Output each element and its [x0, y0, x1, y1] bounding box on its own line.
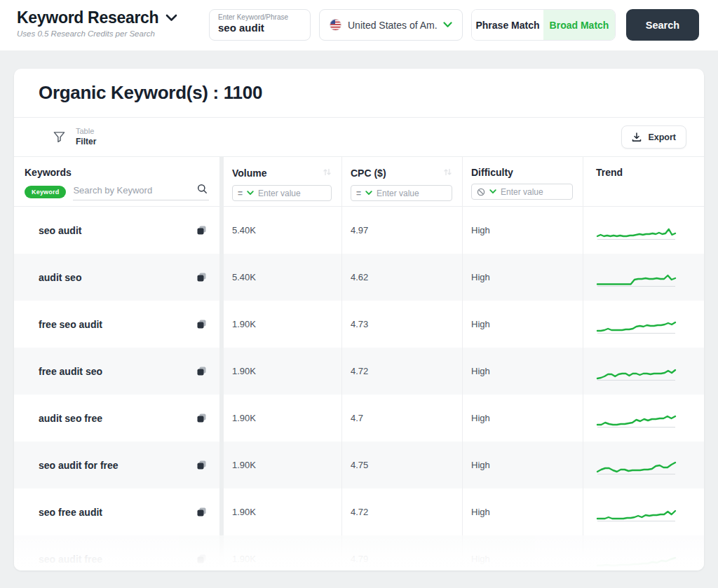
top-bar: Keyword Research Uses 0.5 Research Credi…: [0, 0, 718, 50]
copy-icon[interactable]: [196, 507, 207, 517]
table-body: seo audit 5.40K 4.97 High audit seo: [14, 207, 704, 570]
trend-sparkline: [596, 220, 677, 241]
volume-value: 5.40K: [224, 207, 341, 254]
export-button[interactable]: Export: [621, 125, 686, 149]
page-title: Keyword Research: [17, 8, 158, 27]
cpc-filter-input[interactable]: [377, 189, 447, 198]
table-row[interactable]: seo free audit 1.90K 4.72 High: [14, 488, 704, 535]
trend-cell: [583, 254, 704, 301]
table-row[interactable]: seo audit 5.40K 4.97 High: [14, 207, 704, 254]
keyword-search-input[interactable]: [73, 183, 209, 200]
match-type-toggle: Phrase Match Broad Match: [471, 9, 616, 41]
difficulty-value: High: [462, 301, 583, 348]
table-row[interactable]: audit seo free 1.90K 4.7 High: [14, 395, 704, 442]
table-row[interactable]: free audit seo 1.90K 4.72 High: [14, 348, 704, 395]
filter-funnel-icon: [53, 130, 66, 144]
copy-icon[interactable]: [196, 460, 207, 470]
trend-cell: [583, 301, 704, 348]
trend-sparkline: [596, 314, 677, 335]
download-icon: [632, 132, 642, 142]
equals-operator-icon[interactable]: =: [238, 189, 243, 198]
table-filter-label-top: Table: [76, 127, 96, 137]
trend-sparkline: [596, 408, 677, 429]
cpc-value: 4.73: [341, 301, 462, 348]
trend-sparkline: [596, 502, 677, 523]
cpc-value: 4.62: [341, 254, 462, 301]
keyword-pill-badge: Keyword: [25, 186, 66, 198]
volume-value: 1.90K: [224, 395, 341, 442]
search-icon[interactable]: [197, 184, 208, 197]
country-select[interactable]: United States of Am...: [319, 9, 463, 41]
column-cpc: CPC ($) =: [341, 157, 462, 206]
keyword-text: seo audit for free: [39, 460, 118, 471]
chevron-down-icon[interactable]: [165, 14, 177, 22]
trend-cell: [583, 395, 704, 442]
keyword-text: seo free audit: [39, 507, 102, 518]
difficulty-value: High: [462, 535, 583, 570]
chevron-down-icon[interactable]: [247, 191, 254, 196]
broad-match-tab[interactable]: Broad Match: [543, 10, 615, 40]
difficulty-value: High: [462, 442, 583, 488]
credits-note: Uses 0.5 Research Credits per Search: [17, 29, 177, 38]
cpc-value: 4.75: [341, 442, 462, 488]
table-row[interactable]: seo audit for free 1.90K 4.75 High: [14, 442, 704, 488]
country-select-value: United States of Am...: [348, 20, 437, 31]
trend-sparkline: [596, 267, 677, 288]
equals-operator-icon[interactable]: =: [356, 189, 361, 198]
table-header: Keywords Keyword Volume =: [14, 157, 704, 207]
trend-sparkline: [596, 455, 677, 476]
export-label: Export: [648, 132, 676, 142]
volume-value: 5.40K: [224, 254, 341, 301]
table-row[interactable]: free seo audit 1.90K 4.73 High: [14, 301, 704, 348]
cpc-header-label: CPC ($): [351, 167, 386, 179]
table-row[interactable]: seo audit free 1.90K 4.79 High: [14, 535, 704, 570]
cpc-value: 4.7: [341, 395, 462, 442]
keyword-input-value[interactable]: seo audit: [218, 22, 302, 34]
organic-keywords-panel: Organic Keyword(s) : 1100 Table Filter E…: [14, 69, 704, 570]
chevron-down-icon[interactable]: [443, 22, 452, 28]
trend-sparkline: [596, 549, 677, 570]
table-filter-button[interactable]: Table Filter: [53, 127, 96, 147]
keyword-search: [73, 183, 209, 200]
copy-icon[interactable]: [196, 225, 207, 235]
keyword-text: free seo audit: [39, 319, 102, 330]
keyword-text: audit seo free: [39, 413, 102, 424]
copy-icon[interactable]: [196, 413, 207, 423]
cpc-value: 4.72: [341, 348, 462, 395]
difficulty-value: High: [462, 207, 583, 254]
cpc-filter: =: [351, 185, 452, 201]
difficulty-value: High: [462, 254, 583, 301]
column-trend: Trend: [583, 157, 704, 206]
volume-filter-input[interactable]: [258, 189, 326, 198]
phrase-match-tab[interactable]: Phrase Match: [472, 10, 543, 40]
us-flag-icon: [330, 19, 341, 31]
difficulty-value: High: [462, 488, 583, 535]
difficulty-filter-input[interactable]: [501, 187, 567, 197]
difficulty-header-label: Difficulty: [471, 167, 513, 178]
trend-sparkline: [596, 361, 677, 382]
copy-icon[interactable]: [196, 554, 207, 564]
table-row[interactable]: audit seo 5.40K 4.62 High: [14, 254, 704, 301]
trend-cell: [583, 442, 704, 488]
volume-value: 1.90K: [224, 301, 341, 348]
difficulty-filter: [471, 184, 573, 200]
trend-cell: [583, 348, 704, 395]
copy-icon[interactable]: [196, 319, 207, 329]
keywords-header-label: Keywords: [25, 167, 209, 178]
copy-icon[interactable]: [196, 272, 207, 282]
no-filter-operator-icon[interactable]: [477, 188, 485, 196]
difficulty-value: High: [462, 348, 583, 395]
sort-icon[interactable]: [323, 167, 332, 179]
keyword-input-box[interactable]: Enter Keyword/Phrase seo audit: [209, 9, 311, 41]
search-button[interactable]: Search: [626, 9, 699, 41]
chevron-down-icon[interactable]: [489, 189, 496, 194]
trend-header-label: Trend: [596, 167, 623, 178]
trend-cell: [583, 207, 704, 254]
volume-header-label: Volume: [232, 167, 267, 179]
keyword-text: free audit seo: [39, 366, 102, 377]
copy-icon[interactable]: [196, 366, 207, 376]
trend-cell: [583, 535, 704, 570]
chevron-down-icon[interactable]: [365, 191, 372, 196]
sort-icon[interactable]: [443, 167, 452, 179]
column-difficulty: Difficulty: [462, 157, 583, 206]
